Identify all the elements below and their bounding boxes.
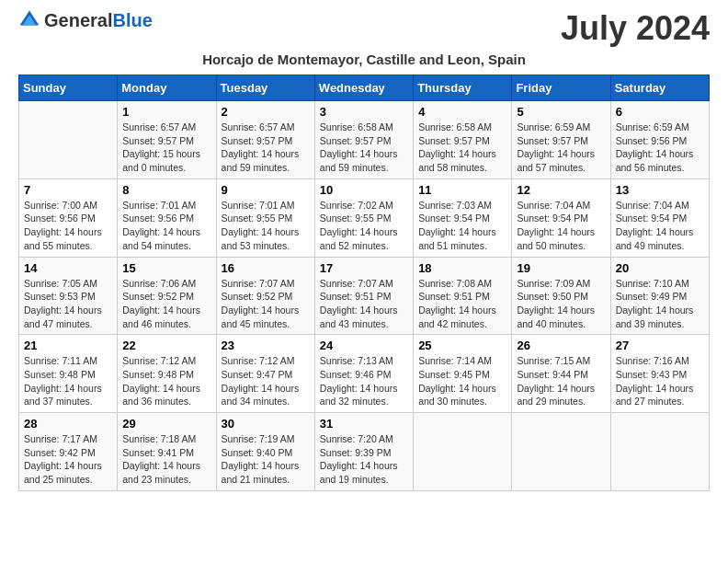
header: GeneralBlue July 2024 <box>18 9 710 48</box>
day-info: Sunrise: 6:59 AMSunset: 9:57 PMDaylight:… <box>517 121 605 175</box>
week-row-5: 28Sunrise: 7:17 AMSunset: 9:42 PMDayligh… <box>19 413 710 491</box>
date-number: 29 <box>122 417 210 431</box>
day-info: Sunrise: 7:19 AMSunset: 9:40 PMDaylight:… <box>222 432 310 487</box>
day-info: Sunrise: 7:04 AMSunset: 9:54 PMDaylight:… <box>517 199 605 253</box>
day-info: Sunrise: 7:15 AMSunset: 9:44 PMDaylight:… <box>517 354 605 408</box>
date-number: 13 <box>616 183 704 197</box>
day-info: Sunrise: 7:10 AMSunset: 9:49 PMDaylight:… <box>616 277 704 331</box>
day-info: Sunrise: 7:16 AMSunset: 9:43 PMDaylight:… <box>616 354 704 408</box>
date-number: 15 <box>122 261 210 275</box>
day-cell <box>512 413 610 491</box>
col-header-monday: Monday <box>118 75 216 101</box>
day-cell: 3Sunrise: 6:58 AMSunset: 9:57 PMDaylight… <box>314 101 413 179</box>
day-cell: 20Sunrise: 7:10 AMSunset: 9:49 PMDayligh… <box>610 257 709 335</box>
day-info: Sunrise: 7:08 AMSunset: 9:51 PMDaylight:… <box>418 277 506 331</box>
day-cell: 31Sunrise: 7:20 AMSunset: 9:39 PMDayligh… <box>314 413 413 491</box>
date-number: 1 <box>122 105 210 119</box>
week-row-1: 1Sunrise: 6:57 AMSunset: 9:57 PMDaylight… <box>19 101 710 179</box>
col-header-thursday: Thursday <box>414 75 512 101</box>
day-info: Sunrise: 7:14 AMSunset: 9:45 PMDaylight:… <box>418 354 506 408</box>
day-cell: 24Sunrise: 7:13 AMSunset: 9:46 PMDayligh… <box>314 335 413 413</box>
day-cell: 13Sunrise: 7:04 AMSunset: 9:54 PMDayligh… <box>610 178 709 257</box>
day-cell: 7Sunrise: 7:00 AMSunset: 9:56 PMDaylight… <box>19 178 118 257</box>
date-number: 25 <box>418 339 506 352</box>
date-number: 18 <box>418 261 506 275</box>
day-info: Sunrise: 7:20 AMSunset: 9:39 PMDaylight:… <box>320 432 408 487</box>
day-info: Sunrise: 7:02 AMSunset: 9:55 PMDaylight:… <box>320 199 408 253</box>
day-cell: 23Sunrise: 7:12 AMSunset: 9:47 PMDayligh… <box>216 335 314 413</box>
day-cell: 30Sunrise: 7:19 AMSunset: 9:40 PMDayligh… <box>216 413 314 491</box>
day-info: Sunrise: 7:18 AMSunset: 9:41 PMDaylight:… <box>122 432 210 487</box>
date-number: 10 <box>320 183 408 197</box>
date-number: 3 <box>320 105 408 119</box>
day-cell: 10Sunrise: 7:02 AMSunset: 9:55 PMDayligh… <box>314 178 413 257</box>
day-info: Sunrise: 6:59 AMSunset: 9:56 PMDaylight:… <box>616 121 704 175</box>
day-info: Sunrise: 6:58 AMSunset: 9:57 PMDaylight:… <box>320 121 408 175</box>
day-cell <box>610 413 709 491</box>
date-number: 30 <box>222 417 310 431</box>
date-number: 22 <box>122 339 210 352</box>
date-number: 26 <box>517 339 605 352</box>
day-info: Sunrise: 7:07 AMSunset: 9:52 PMDaylight:… <box>222 277 310 331</box>
day-info: Sunrise: 7:05 AMSunset: 9:53 PMDaylight:… <box>24 277 112 331</box>
day-info: Sunrise: 7:17 AMSunset: 9:42 PMDaylight:… <box>24 432 112 487</box>
day-cell: 21Sunrise: 7:11 AMSunset: 9:48 PMDayligh… <box>19 335 118 413</box>
day-info: Sunrise: 7:06 AMSunset: 9:52 PMDaylight:… <box>122 277 210 331</box>
date-number: 31 <box>320 417 408 431</box>
date-number: 28 <box>24 417 112 431</box>
date-number: 9 <box>222 183 310 197</box>
date-number: 5 <box>517 105 605 119</box>
col-header-tuesday: Tuesday <box>216 75 314 101</box>
calendar-body: 1Sunrise: 6:57 AMSunset: 9:57 PMDaylight… <box>19 101 710 491</box>
date-number: 17 <box>320 261 408 275</box>
day-cell: 2Sunrise: 6:57 AMSunset: 9:57 PMDaylight… <box>216 101 314 179</box>
logo-general: General <box>44 10 112 30</box>
date-number: 24 <box>320 339 408 352</box>
date-number: 11 <box>418 183 506 197</box>
month-title: July 2024 <box>561 9 710 48</box>
day-cell: 19Sunrise: 7:09 AMSunset: 9:50 PMDayligh… <box>512 257 610 335</box>
col-header-sunday: Sunday <box>19 75 118 101</box>
date-number: 19 <box>517 261 605 275</box>
day-cell: 5Sunrise: 6:59 AMSunset: 9:57 PMDaylight… <box>512 101 610 179</box>
day-info: Sunrise: 7:03 AMSunset: 9:54 PMDaylight:… <box>418 199 506 253</box>
day-cell: 12Sunrise: 7:04 AMSunset: 9:54 PMDayligh… <box>512 178 610 257</box>
day-info: Sunrise: 6:57 AMSunset: 9:57 PMDaylight:… <box>222 121 310 175</box>
week-row-4: 21Sunrise: 7:11 AMSunset: 9:48 PMDayligh… <box>19 335 710 413</box>
day-info: Sunrise: 7:11 AMSunset: 9:48 PMDaylight:… <box>24 354 112 408</box>
date-number: 4 <box>418 105 506 119</box>
day-cell <box>19 101 118 179</box>
day-cell: 26Sunrise: 7:15 AMSunset: 9:44 PMDayligh… <box>512 335 610 413</box>
date-number: 12 <box>517 183 605 197</box>
day-cell: 9Sunrise: 7:01 AMSunset: 9:55 PMDaylight… <box>216 178 314 257</box>
date-number: 2 <box>222 105 310 119</box>
col-header-friday: Friday <box>512 75 610 101</box>
calendar-header-row: SundayMondayTuesdayWednesdayThursdayFrid… <box>19 75 710 101</box>
day-cell: 18Sunrise: 7:08 AMSunset: 9:51 PMDayligh… <box>414 257 512 335</box>
day-cell: 17Sunrise: 7:07 AMSunset: 9:51 PMDayligh… <box>314 257 413 335</box>
day-cell: 8Sunrise: 7:01 AMSunset: 9:56 PMDaylight… <box>118 178 216 257</box>
day-cell <box>414 413 512 491</box>
day-cell: 29Sunrise: 7:18 AMSunset: 9:41 PMDayligh… <box>118 413 216 491</box>
day-info: Sunrise: 7:09 AMSunset: 9:50 PMDaylight:… <box>517 277 605 331</box>
date-number: 6 <box>616 105 704 119</box>
day-cell: 15Sunrise: 7:06 AMSunset: 9:52 PMDayligh… <box>118 257 216 335</box>
day-info: Sunrise: 7:07 AMSunset: 9:51 PMDaylight:… <box>320 277 408 331</box>
day-info: Sunrise: 7:01 AMSunset: 9:56 PMDaylight:… <box>122 199 210 253</box>
day-cell: 4Sunrise: 6:58 AMSunset: 9:57 PMDaylight… <box>414 101 512 179</box>
day-info: Sunrise: 7:04 AMSunset: 9:54 PMDaylight:… <box>616 199 704 253</box>
col-header-wednesday: Wednesday <box>314 75 413 101</box>
date-number: 27 <box>616 339 704 352</box>
day-info: Sunrise: 7:12 AMSunset: 9:48 PMDaylight:… <box>122 354 210 408</box>
week-row-2: 7Sunrise: 7:00 AMSunset: 9:56 PMDaylight… <box>19 178 710 257</box>
day-info: Sunrise: 7:01 AMSunset: 9:55 PMDaylight:… <box>222 199 310 253</box>
day-cell: 22Sunrise: 7:12 AMSunset: 9:48 PMDayligh… <box>118 335 216 413</box>
day-info: Sunrise: 7:12 AMSunset: 9:47 PMDaylight:… <box>222 354 310 408</box>
day-cell: 11Sunrise: 7:03 AMSunset: 9:54 PMDayligh… <box>414 178 512 257</box>
day-cell: 14Sunrise: 7:05 AMSunset: 9:53 PMDayligh… <box>19 257 118 335</box>
day-cell: 1Sunrise: 6:57 AMSunset: 9:57 PMDaylight… <box>118 101 216 179</box>
day-cell: 16Sunrise: 7:07 AMSunset: 9:52 PMDayligh… <box>216 257 314 335</box>
day-cell: 28Sunrise: 7:17 AMSunset: 9:42 PMDayligh… <box>19 413 118 491</box>
date-number: 8 <box>122 183 210 197</box>
day-info: Sunrise: 6:57 AMSunset: 9:57 PMDaylight:… <box>122 121 210 175</box>
